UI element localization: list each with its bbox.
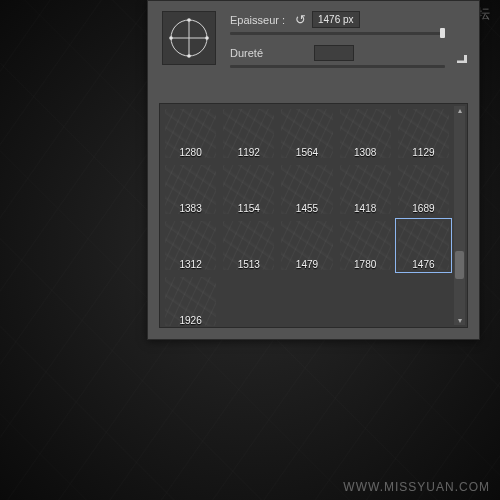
brush-item[interactable]: 1280 <box>162 106 219 161</box>
brush-size-caption: 1280 <box>179 147 201 160</box>
brush-item[interactable]: 1455 <box>278 162 335 217</box>
brush-item[interactable]: 1308 <box>337 106 394 161</box>
brush-hardness-value[interactable] <box>314 45 354 61</box>
svg-point-3 <box>187 18 191 22</box>
panel-menu-icon[interactable] <box>453 53 467 63</box>
brush-size-caption: 1154 <box>238 203 260 216</box>
brush-item[interactable]: 1383 <box>162 162 219 217</box>
brush-size-caption: 1479 <box>296 259 318 272</box>
brush-item[interactable]: 1564 <box>278 106 335 161</box>
brush-hardness-label: Dureté <box>230 47 295 59</box>
svg-point-6 <box>205 36 209 40</box>
brush-item[interactable]: 1418 <box>337 162 394 217</box>
brush-size-slider[interactable] <box>230 32 445 35</box>
reset-size-icon[interactable]: ↺ <box>295 12 306 27</box>
brush-size-caption: 1564 <box>296 147 318 160</box>
brush-item[interactable]: 1129 <box>395 106 452 161</box>
brush-item[interactable]: 1479 <box>278 218 335 273</box>
brush-item[interactable]: 1312 <box>162 218 219 273</box>
brush-size-value[interactable]: 1476 px <box>312 11 360 28</box>
watermark-bottom: WWW.MISSYUAN.COM <box>343 480 490 494</box>
brush-size-caption: 1513 <box>238 259 260 272</box>
brush-list-container: 1280119215641308112913831154145514181689… <box>159 103 468 328</box>
svg-point-4 <box>187 54 191 58</box>
brush-size-caption: 1926 <box>179 315 201 328</box>
brush-size-caption: 1689 <box>412 203 434 216</box>
scroll-thumb[interactable] <box>455 251 464 279</box>
brush-size-label: Epaisseur : <box>230 14 295 26</box>
brush-item[interactable]: 1780 <box>337 218 394 273</box>
scroll-up-icon[interactable]: ▴ <box>455 106 464 115</box>
svg-point-5 <box>169 36 173 40</box>
brush-item[interactable]: 1689 <box>395 162 452 217</box>
scroll-down-icon[interactable]: ▾ <box>455 316 464 325</box>
brush-size-caption: 1129 <box>412 147 434 160</box>
brush-item[interactable]: 1476 <box>395 218 452 273</box>
brush-item[interactable]: 1192 <box>220 106 277 161</box>
brush-item[interactable]: 1926 <box>162 274 219 328</box>
brush-size-caption: 1418 <box>354 203 376 216</box>
brush-item[interactable]: 1513 <box>220 218 277 273</box>
brush-size-caption: 1308 <box>354 147 376 160</box>
brush-size-caption: 1383 <box>179 203 201 216</box>
brush-hardness-slider[interactable] <box>230 65 445 68</box>
brush-picker-panel: Epaisseur : ↺ 1476 px Dureté 12801192156… <box>147 0 480 340</box>
brush-size-caption: 1780 <box>354 259 376 272</box>
slider-thumb-icon[interactable] <box>440 28 445 38</box>
brush-size-caption: 1312 <box>179 259 201 272</box>
scrollbar[interactable]: ▴ ▾ <box>454 106 465 325</box>
brush-grid: 1280119215641308112913831154145514181689… <box>160 104 454 327</box>
brush-preview[interactable] <box>162 11 216 65</box>
brush-item[interactable]: 1154 <box>220 162 277 217</box>
brush-shape-icon <box>169 18 209 58</box>
brush-size-caption: 1455 <box>296 203 318 216</box>
brush-size-caption: 1476 <box>412 259 434 272</box>
brush-size-caption: 1192 <box>238 147 260 160</box>
